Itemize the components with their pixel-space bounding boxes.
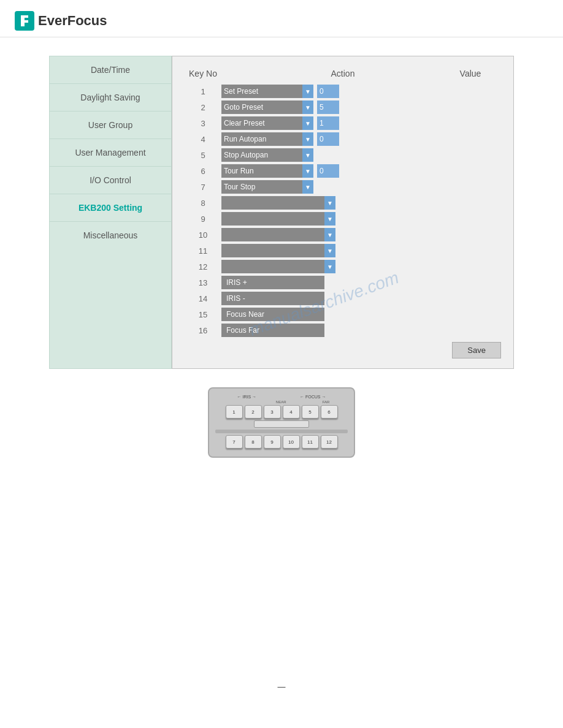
action-cell: IRIS - xyxy=(221,292,440,305)
page-footer: — xyxy=(0,682,563,691)
sidebar-item-io-control[interactable]: I/O Control xyxy=(50,167,171,194)
kb-divider xyxy=(215,430,348,433)
action-empty xyxy=(221,244,324,257)
kb-row-1: 123456 xyxy=(215,405,348,419)
kb-spacebar xyxy=(254,420,309,428)
action-select[interactable]: Tour Stop xyxy=(221,180,313,194)
select-wrapper[interactable]: Goto Preset▼ xyxy=(221,100,313,114)
action-cell: ▼ xyxy=(221,244,440,257)
save-area: Save xyxy=(185,342,501,358)
select-wrapper-empty[interactable]: ▼ xyxy=(221,244,335,257)
keyboard-button[interactable]: 11 xyxy=(302,435,319,449)
keyboard-button[interactable]: 5 xyxy=(302,405,319,419)
table-row: 4Run Autopan▼ xyxy=(185,132,501,146)
key-number: 4 xyxy=(185,135,221,144)
table-row: 3Clear Preset▼ xyxy=(185,116,501,130)
table-header: Key No Action Value xyxy=(185,66,501,85)
table-row: 13IRIS + xyxy=(185,276,501,289)
action-cell: Stop Autopan▼ xyxy=(221,148,440,162)
select-wrapper[interactable]: Tour Run▼ xyxy=(221,164,313,178)
near-sub-label: NEAR xyxy=(276,400,286,404)
select-wrapper[interactable]: Clear Preset▼ xyxy=(221,116,313,130)
action-select[interactable]: Clear Preset xyxy=(221,116,313,130)
keyboard-button[interactable]: 10 xyxy=(283,435,300,449)
keyboard-button[interactable]: 2 xyxy=(245,405,262,419)
table-row: 10▼ xyxy=(185,228,501,241)
key-number: 6 xyxy=(185,167,221,176)
key-number: 16 xyxy=(185,326,221,335)
col-value-header: Value xyxy=(440,69,501,78)
chevron-down-icon: ▼ xyxy=(324,260,335,273)
keyboard-button[interactable]: 7 xyxy=(226,435,243,449)
action-cell: Run Autopan▼ xyxy=(221,132,440,146)
key-number: 5 xyxy=(185,151,221,160)
table-row: 5Stop Autopan▼ xyxy=(185,148,501,162)
action-empty xyxy=(221,228,324,241)
select-wrapper-empty[interactable]: ▼ xyxy=(221,228,335,241)
sidebar-item-ekb200-setting[interactable]: EKB200 Setting xyxy=(50,194,171,222)
keyboard-button[interactable]: 6 xyxy=(321,405,338,419)
key-number: 13 xyxy=(185,278,221,287)
logo-text: EverFocus xyxy=(38,13,107,29)
save-button[interactable]: Save xyxy=(452,342,501,358)
page-header: EverFocus xyxy=(0,0,563,37)
value-input[interactable] xyxy=(317,100,339,114)
action-label: Focus Near xyxy=(221,308,324,321)
table-row: 2Goto Preset▼ xyxy=(185,100,501,114)
sidebar-item-daylight-saving[interactable]: Daylight Saving xyxy=(50,84,171,112)
action-empty xyxy=(221,260,324,273)
key-number: 15 xyxy=(185,310,221,319)
iris-focus-sub: NEAR FAR xyxy=(215,400,348,404)
keyboard-button[interactable]: 8 xyxy=(245,435,262,449)
page-number: — xyxy=(278,682,286,691)
action-select[interactable]: Run Autopan xyxy=(221,132,313,146)
select-wrapper[interactable]: Run Autopan▼ xyxy=(221,132,313,146)
focus-label: ← FOCUS → xyxy=(300,395,326,399)
action-cell: ▼ xyxy=(221,212,440,226)
action-cell: IRIS + xyxy=(221,276,440,289)
table-row: 1Set Preset▼ xyxy=(185,85,501,98)
value-input[interactable] xyxy=(317,164,339,178)
value-input[interactable] xyxy=(317,132,339,146)
action-cell: Tour Run▼ xyxy=(221,164,440,178)
table-row: 8▼ xyxy=(185,196,501,210)
near-label xyxy=(234,400,240,404)
table-row: 16Focus Far xyxy=(185,324,501,337)
table-row: 11▼ xyxy=(185,244,501,257)
select-wrapper[interactable]: Set Preset▼ xyxy=(221,85,313,98)
action-label: IRIS - xyxy=(221,292,324,305)
key-number: 2 xyxy=(185,103,221,112)
table-row: 14IRIS - xyxy=(185,292,501,305)
sidebar-item-miscellaneous[interactable]: Miscellaneous xyxy=(50,222,171,249)
action-cell: Set Preset▼ xyxy=(221,85,440,98)
sidebar-item-date-time[interactable]: Date/Time xyxy=(50,56,171,84)
key-number: 10 xyxy=(185,230,221,240)
keyboard-button[interactable]: 4 xyxy=(283,405,300,419)
value-input[interactable] xyxy=(317,85,339,98)
key-number: 9 xyxy=(185,214,221,224)
select-wrapper[interactable]: Tour Stop▼ xyxy=(221,180,313,194)
kb-row-2: 789101112 xyxy=(215,435,348,449)
action-select[interactable]: Tour Run xyxy=(221,164,313,178)
value-input[interactable] xyxy=(317,116,339,130)
sidebar-item-user-management[interactable]: User Management xyxy=(50,139,171,167)
action-select[interactable]: Goto Preset xyxy=(221,100,313,114)
keyboard-button[interactable]: 12 xyxy=(321,435,338,449)
key-number: 14 xyxy=(185,294,221,303)
keyboard-button[interactable]: 3 xyxy=(264,405,281,419)
keyboard-button[interactable]: 1 xyxy=(226,405,243,419)
key-number: 3 xyxy=(185,119,221,128)
select-wrapper[interactable]: Stop Autopan▼ xyxy=(221,148,313,162)
action-empty xyxy=(221,212,324,226)
sidebar-item-user-group[interactable]: User Group xyxy=(50,112,171,139)
action-cell: ▼ xyxy=(221,228,440,241)
action-select[interactable]: Stop Autopan xyxy=(221,148,313,162)
select-wrapper-empty[interactable]: ▼ xyxy=(221,260,335,273)
keyboard-button[interactable]: 9 xyxy=(264,435,281,449)
action-select[interactable]: Set Preset xyxy=(221,85,313,98)
select-wrapper-empty[interactable]: ▼ xyxy=(221,196,335,210)
select-wrapper-empty[interactable]: ▼ xyxy=(221,212,335,226)
action-cell: Tour Stop▼ xyxy=(221,180,440,194)
key-number: 7 xyxy=(185,183,221,192)
table-row: 12▼ xyxy=(185,260,501,273)
